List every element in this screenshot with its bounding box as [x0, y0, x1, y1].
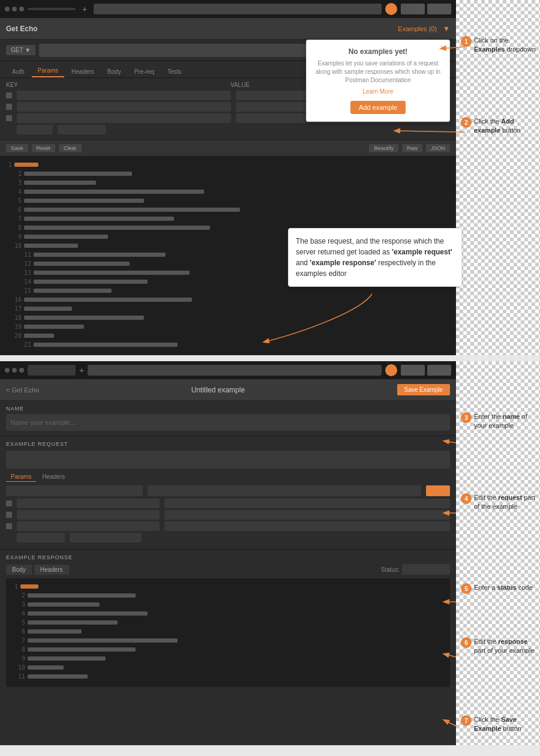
ex-resp-tab-headers[interactable]: Headers	[34, 565, 69, 575]
action-btn-5[interactable]: Raw	[402, 144, 422, 152]
ex-val-4[interactable]	[70, 533, 142, 542]
annotation-num-3: 3	[461, 412, 472, 423]
ex-param-row-3	[6, 521, 450, 531]
toolbar-btn-1[interactable]	[401, 4, 425, 14]
annotation-num-7: 7	[461, 715, 472, 726]
example-request-tabs: Params Headers	[6, 472, 450, 482]
resp-code-4	[28, 611, 148, 616]
example-url-bar[interactable]	[6, 451, 450, 469]
ex-key-2[interactable]	[17, 510, 160, 520]
status-label: Status:	[381, 566, 400, 573]
save-example-button[interactable]: Save Example	[397, 384, 450, 395]
ex-check-2[interactable]	[6, 512, 12, 518]
code-line	[24, 172, 132, 176]
s2-tbtn2[interactable]	[427, 365, 451, 376]
ex-tab-headers[interactable]: Headers	[37, 472, 70, 482]
param-check-1[interactable]	[6, 92, 12, 98]
tab-body[interactable]: Body	[101, 66, 127, 77]
close-dropdown-btn[interactable]: ✕	[440, 44, 446, 52]
resp-code-11	[28, 674, 88, 679]
s2-toolbar	[401, 365, 451, 376]
s2-new-tab[interactable]: +	[79, 365, 84, 375]
code-line	[24, 208, 240, 212]
tab-prerequest[interactable]: Pre-req	[128, 66, 160, 77]
annotation-text-2: Click the Add example button	[474, 117, 538, 136]
s2-topbar: +	[0, 361, 456, 379]
annotation-6: 6 Edit the response part of your example	[461, 637, 538, 656]
http-method-select[interactable]: GET ▼	[6, 45, 35, 55]
action-btn-6[interactable]: JSON	[426, 144, 450, 152]
ex-key-3[interactable]	[17, 521, 160, 531]
example-response-label: EXAMPLE RESPONSE	[6, 554, 450, 560]
action-btn-3[interactable]: Clear	[59, 144, 82, 152]
section2-panel: + < Get Echo Untitled example Save Examp…	[0, 361, 456, 745]
ex-key-4[interactable]	[17, 533, 65, 542]
ex-resp-tab-body[interactable]: Body	[6, 565, 32, 575]
resp-code-1	[20, 584, 38, 589]
ex-val-2[interactable]	[164, 510, 450, 520]
learn-more-link[interactable]: Learn More	[314, 88, 442, 95]
line-num: 8	[14, 224, 22, 231]
resp-line-num-11: 11	[18, 673, 25, 680]
action-btn-1[interactable]: Save	[6, 144, 28, 152]
toolbar-btn-2[interactable]	[427, 4, 451, 14]
tab-params[interactable]: Params	[32, 65, 64, 77]
line-num: 19	[14, 323, 22, 330]
param-key-3[interactable]	[17, 113, 231, 123]
address-bar[interactable]	[94, 4, 382, 14]
action-btn-2[interactable]: Reset	[32, 144, 56, 152]
action-btn-4[interactable]: Beautify	[369, 144, 398, 152]
new-tab-button[interactable]: +	[79, 4, 90, 14]
resp-line-num-6: 6	[18, 628, 25, 635]
back-button[interactable]: < Get Echo	[6, 386, 39, 394]
resp-code-9	[28, 656, 106, 661]
annotation-7: 7 Click the Save Example button	[461, 715, 538, 734]
param-key-2[interactable]	[17, 102, 231, 112]
tab-tests[interactable]: Tests	[161, 66, 187, 77]
dot-yellow	[12, 7, 17, 11]
tab-auth[interactable]: Auth	[6, 66, 31, 77]
resp-line-num-1: 1	[11, 583, 18, 590]
code-line	[24, 298, 192, 302]
param-key-4[interactable]	[17, 125, 53, 134]
dot-g	[19, 368, 24, 373]
ex-key-1[interactable]	[17, 499, 160, 508]
resp-line-num-5: 5	[18, 619, 25, 626]
dot-red	[5, 7, 10, 11]
line-num: 3	[14, 179, 22, 186]
s2-tbtn1[interactable]	[401, 365, 425, 376]
param-check-2[interactable]	[6, 104, 12, 110]
add-example-button[interactable]: Add example	[350, 101, 406, 114]
ex-val-1[interactable]	[164, 499, 450, 508]
ex-check-1[interactable]	[6, 500, 12, 506]
tab-headers[interactable]: Headers	[65, 66, 100, 77]
ex-tab-params[interactable]: Params	[6, 472, 36, 482]
code-line	[34, 271, 190, 275]
status-input[interactable]	[402, 564, 450, 575]
key-col-label: KEY	[6, 82, 226, 88]
line-num: 9	[14, 233, 22, 240]
annotation-1: 1 Click on the Examples dropdown	[461, 36, 538, 55]
ex-orange-btn[interactable]	[426, 485, 450, 496]
param-val-4[interactable]	[58, 125, 106, 134]
tooltip-box: The base request, and the response which…	[288, 228, 462, 287]
ex-check-3[interactable]	[6, 523, 12, 529]
tab-active[interactable]	[28, 8, 76, 10]
section2-wrapper: + < Get Echo Untitled example Save Examp…	[0, 361, 540, 745]
s2-tab[interactable]	[28, 365, 76, 376]
code-line	[24, 181, 96, 185]
code-line	[24, 217, 174, 221]
line-num: 18	[14, 314, 22, 321]
examples-dropdown-btn[interactable]: Examples (0)	[398, 25, 437, 32]
line-num: 14	[24, 278, 31, 285]
name-input[interactable]: Name your example...	[6, 414, 450, 431]
param-key-1[interactable]	[17, 91, 231, 100]
s2-address[interactable]	[88, 365, 382, 376]
param-check-3[interactable]	[6, 115, 12, 121]
ex-val-3[interactable]	[164, 521, 450, 531]
dropdown-arrow-icon[interactable]: ▼	[443, 25, 450, 33]
ex-param-row-4	[6, 533, 450, 542]
example-response-section: EXAMPLE RESPONSE Body Headers Status: 1	[0, 550, 456, 692]
annotation-num-1: 1	[461, 36, 472, 47]
code-line	[34, 280, 148, 284]
